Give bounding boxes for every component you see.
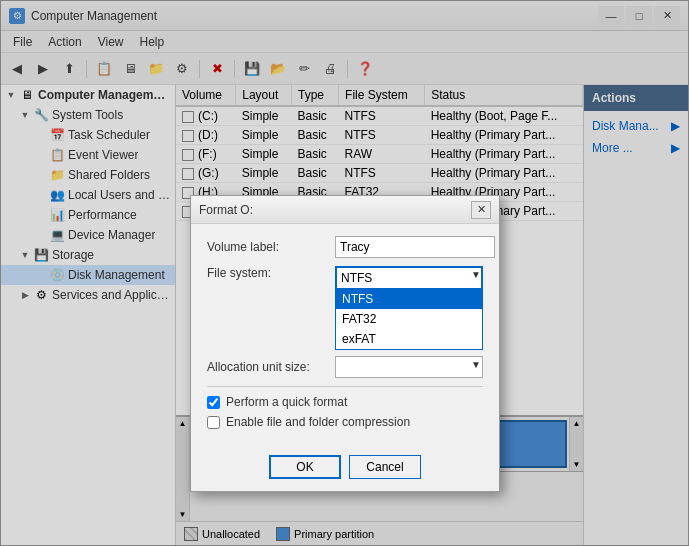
volume-label-row: Volume label: [207,236,483,258]
dialog-title: Format O: [199,203,253,217]
modal-overlay: Format O: ✕ Volume label: File system: N… [0,0,689,546]
allocation-row: Allocation unit size: ▼ [207,356,483,378]
option-ntfs[interactable]: NTFS [336,289,482,309]
quick-format-label[interactable]: Perform a quick format [226,395,347,409]
volume-label-input[interactable] [335,236,495,258]
file-system-row: File system: NTFS ▼ NTFS FAT32 exFAT [207,266,483,288]
option-fat32[interactable]: FAT32 [336,309,482,329]
dialog-body: Volume label: File system: NTFS ▼ NTFS F… [191,224,499,447]
allocation-dropdown[interactable]: ▼ [335,356,483,378]
allocation-selected[interactable] [335,356,483,378]
quick-format-row: Perform a quick format [207,395,483,409]
selected-fs-value: NTFS [341,271,372,285]
dropdown-list: NTFS FAT32 exFAT [335,288,483,350]
compression-label[interactable]: Enable file and folder compression [226,415,410,429]
compression-checkbox[interactable] [207,416,220,429]
dialog-close-button[interactable]: ✕ [471,201,491,219]
cancel-button[interactable]: Cancel [349,455,421,479]
ok-button[interactable]: OK [269,455,341,479]
file-system-selected[interactable]: NTFS [335,266,483,288]
dialog-buttons: OK Cancel [191,447,499,491]
dialog-title-bar: Format O: ✕ [191,196,499,224]
format-dialog: Format O: ✕ Volume label: File system: N… [190,195,500,492]
volume-label-text: Volume label: [207,240,327,254]
file-system-dropdown[interactable]: NTFS ▼ NTFS FAT32 exFAT [335,266,483,288]
compression-row: Enable file and folder compression [207,415,483,429]
allocation-label: Allocation unit size: [207,360,327,374]
option-exfat[interactable]: exFAT [336,329,482,349]
dialog-separator [207,386,483,387]
file-system-label: File system: [207,266,327,280]
quick-format-checkbox[interactable] [207,396,220,409]
